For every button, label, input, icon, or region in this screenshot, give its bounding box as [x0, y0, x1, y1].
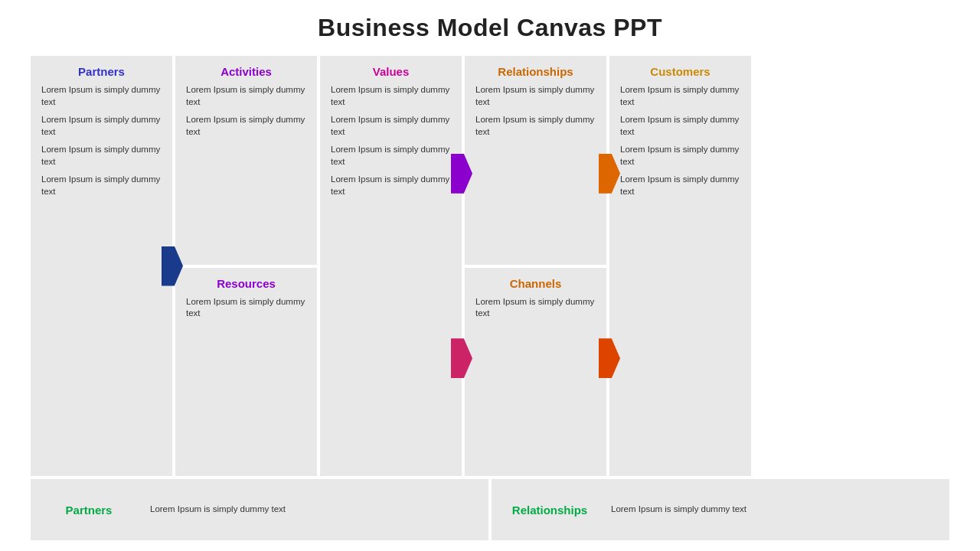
cell-resources: Resources Lorem Ipsum is simply dummy te…: [175, 268, 317, 477]
page-title: Business Model Canvas PPT: [318, 14, 662, 42]
col-partners: Partners Lorem Ipsum is simply dummy tex…: [31, 56, 172, 476]
activities-text-2: Lorem Ipsum is simply dummy text: [186, 114, 306, 138]
canvas-wrapper: Partners Lorem Ipsum is simply dummy tex…: [31, 56, 949, 540]
col-values: Values Lorem Ipsum is simply dummy text …: [320, 56, 462, 476]
cell-relationships: Relationships Lorem Ipsum is simply dumm…: [465, 56, 606, 265]
bottom-partners-text: Lorem Ipsum is simply dummy text: [150, 504, 286, 516]
page: Business Model Canvas PPT Partners Lorem…: [0, 0, 980, 551]
values-text-3: Lorem Ipsum is simply dummy text: [331, 144, 451, 168]
customers-text-2: Lorem Ipsum is simply dummy text: [620, 114, 740, 138]
bottom-relationships-text: Lorem Ipsum is simply dummy text: [611, 504, 746, 516]
resources-title: Resources: [186, 277, 306, 290]
activities-text-1: Lorem Ipsum is simply dummy text: [186, 84, 306, 108]
channels-title: Channels: [475, 277, 596, 290]
values-text-2: Lorem Ipsum is simply dummy text: [331, 114, 451, 138]
bottom-cell-partners: Partners Lorem Ipsum is simply dummy tex…: [31, 479, 488, 540]
customers-text-4: Lorem Ipsum is simply dummy text: [620, 174, 740, 197]
partners-text-4: Lorem Ipsum is simply dummy text: [41, 174, 162, 197]
customers-title: Customers: [620, 65, 740, 78]
relationships-text-2: Lorem Ipsum is simply dummy text: [475, 114, 596, 138]
bottom-relationships-title: Relationships: [504, 504, 596, 517]
col-customers: Customers Lorem Ipsum is simply dummy te…: [609, 56, 751, 476]
arrow-relationships-customers-lower: [599, 338, 620, 378]
bottom-row: Partners Lorem Ipsum is simply dummy tex…: [31, 479, 949, 540]
customers-text-1: Lorem Ipsum is simply dummy text: [620, 84, 740, 108]
relationships-text-1: Lorem Ipsum is simply dummy text: [475, 84, 596, 108]
cell-channels: Channels Lorem Ipsum is simply dummy tex…: [465, 268, 606, 477]
values-text-4: Lorem Ipsum is simply dummy text: [331, 174, 451, 197]
customers-text-3: Lorem Ipsum is simply dummy text: [620, 144, 740, 168]
partners-title: Partners: [41, 65, 162, 78]
cell-activities: Activities Lorem Ipsum is simply dummy t…: [175, 56, 317, 265]
values-text-1: Lorem Ipsum is simply dummy text: [331, 84, 451, 108]
bottom-partners-title: Partners: [43, 504, 135, 517]
main-grid: Partners Lorem Ipsum is simply dummy tex…: [31, 56, 949, 476]
cell-values: Values Lorem Ipsum is simply dummy text …: [320, 56, 462, 476]
relationships-title: Relationships: [475, 65, 596, 78]
activities-title: Activities: [186, 65, 306, 78]
col-relationships: Relationships Lorem Ipsum is simply dumm…: [465, 56, 606, 476]
bottom-cell-relationships: Relationships Lorem Ipsum is simply dumm…: [492, 479, 949, 540]
cell-partners: Partners Lorem Ipsum is simply dummy tex…: [31, 56, 172, 476]
resources-text-1: Lorem Ipsum is simply dummy text: [186, 296, 306, 320]
arrow-relationships-customers-upper: [599, 154, 620, 194]
col-activities: Activities Lorem Ipsum is simply dummy t…: [175, 56, 317, 476]
partners-text-1: Lorem Ipsum is simply dummy text: [41, 84, 162, 108]
values-title: Values: [331, 65, 451, 78]
partners-text-3: Lorem Ipsum is simply dummy text: [41, 144, 162, 168]
channels-text-1: Lorem Ipsum is simply dummy text: [475, 296, 596, 320]
cell-customers: Customers Lorem Ipsum is simply dummy te…: [609, 56, 751, 476]
partners-text-2: Lorem Ipsum is simply dummy text: [41, 114, 162, 138]
